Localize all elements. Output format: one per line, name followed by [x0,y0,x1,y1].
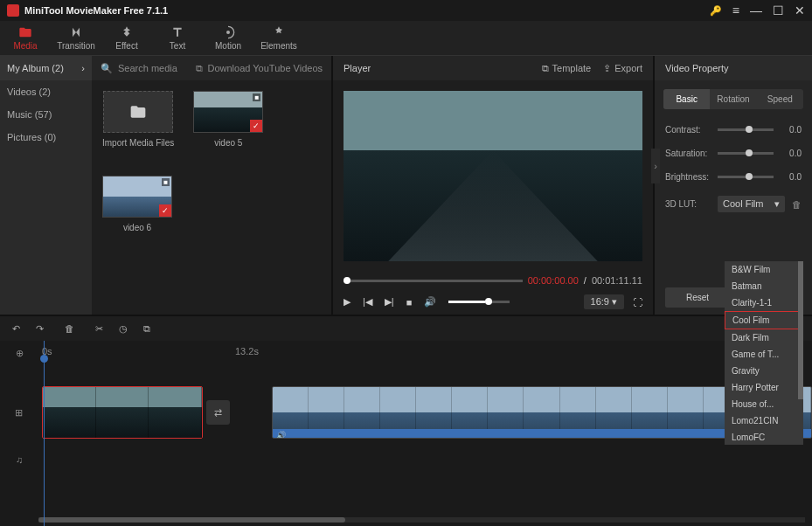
speed-button[interactable]: ◷ [119,323,128,335]
tab-text[interactable]: Text [152,21,203,55]
tab-elements[interactable]: Elements [253,21,304,55]
saturation-label: Saturation: [665,149,711,158]
search-icon[interactable]: 🔍 [101,63,113,74]
volume-slider[interactable] [448,301,510,303]
video-track-icon[interactable]: ⊞ [0,407,37,419]
sidebar-head[interactable]: My Album (2) › [0,56,92,80]
import-media-button[interactable]: Import Media Files [102,91,174,148]
saturation-value: 0.0 [781,149,802,158]
search-input[interactable]: Search media [118,63,177,73]
crop-button[interactable]: ⧉ [143,323,150,335]
delete-lut-button[interactable]: 🗑 [792,199,802,210]
audio-track: ♫ [0,442,812,477]
lut-option[interactable]: Clarity-1-1 [725,294,803,311]
lut-select[interactable]: Cool Film ▾ [718,196,785,212]
saturation-slider[interactable] [718,152,774,155]
check-icon: ✓ [159,204,171,217]
close-button[interactable]: ✕ [795,3,805,17]
playhead[interactable] [44,341,45,526]
template-icon: ⧉ [542,63,549,74]
check-icon: ✓ [250,120,262,132]
tab-motion[interactable]: Motion [203,21,253,55]
play-button[interactable]: ▶ [344,296,350,308]
contrast-slider[interactable] [718,128,774,131]
next-frame-button[interactable]: ▶| [385,296,394,308]
redo-button[interactable]: ↷ [36,323,44,335]
speaker-icon: 🔊 [273,431,286,439]
contrast-value: 0.0 [781,125,802,135]
minimize-button[interactable]: — [750,3,762,17]
lut-option-selected[interactable]: Cool Film [725,311,803,329]
prev-frame-button[interactable]: |◀ [363,296,372,308]
lut-option[interactable]: B&W Film [725,261,803,278]
player-title: Player [344,63,371,73]
lut-dropdown: B&W Film Batman Clarity-1-1 Cool Film Da… [725,261,803,445]
preview-viewport[interactable] [344,91,642,261]
lut-option[interactable]: Lomo21CIN [725,412,803,429]
chevron-down-icon: ▾ [612,296,617,307]
chevron-down-icon: ▾ [774,198,780,210]
brightness-value: 0.0 [781,172,802,182]
chevron-right-icon: › [81,63,85,73]
timeline-scrollbar[interactable] [38,517,805,523]
prop-tab-rotation[interactable]: Rotation [710,89,756,109]
lut-option[interactable]: Batman [725,278,803,294]
video-badge-icon: ■ [253,93,260,101]
video-track: ⊞ ⇄ 🔊 [0,383,812,442]
lut-option[interactable]: Dark Film [725,329,803,346]
export-button[interactable]: ⇪ Export [603,63,642,74]
scrub-bar[interactable] [344,280,523,282]
lut-option[interactable]: House of... [725,396,803,412]
media-item-video6[interactable]: ■ ✓ video 6 [102,176,172,232]
media-item-video5[interactable]: ■ ✓ video 5 [193,91,263,148]
menu-icon[interactable]: ≡ [732,3,739,17]
svg-point-0 [226,31,230,34]
cut-button[interactable]: ✂ [95,323,103,335]
undo-button[interactable]: ↶ [12,323,20,335]
volume-icon[interactable]: 🔊 [424,296,436,308]
sidebar-item-pictures[interactable]: Pictures (0) [0,126,92,149]
timeline-clip-1[interactable] [42,386,203,439]
delete-button[interactable]: 🗑 [65,323,74,334]
tab-effect[interactable]: Effect [101,21,152,55]
aspect-ratio-select[interactable]: 16:9 ▾ [584,294,624,309]
timeline-ruler[interactable]: 0s 13.2s [38,341,812,365]
export-icon: ⇪ [603,63,611,74]
lut-option[interactable]: Harry Potter [725,379,803,396]
download-youtube-button[interactable]: ⧉ Download YouTube Videos [196,63,323,74]
contrast-label: Contrast: [665,125,711,135]
time-duration: 00:01:11.11 [592,275,642,286]
sidebar-item-videos[interactable]: Videos (2) [0,80,92,103]
license-key-icon[interactable]: 🔑 [710,5,722,17]
brightness-slider[interactable] [718,176,774,178]
transition-button[interactable]: ⇄ [206,400,230,425]
lut-label: 3D LUT: [665,199,711,209]
maximize-button[interactable]: ☐ [773,3,784,17]
prop-tab-speed[interactable]: Speed [757,89,803,109]
stop-button[interactable]: ■ [406,297,413,308]
app-logo [7,4,19,17]
video-property-panel: Video Property Basic Rotation Speed Cont… [655,56,812,315]
prop-tab-basic[interactable]: Basic [663,89,710,109]
props-title: Video Property [655,56,812,80]
lut-option[interactable]: Game of T... [725,346,803,363]
sidebar-item-music[interactable]: Music (57) [0,103,92,126]
time-current: 00:00:00.00 [528,275,579,286]
lut-option[interactable]: LomoFC [725,429,803,445]
download-icon: ⧉ [196,63,203,74]
template-button[interactable]: ⧉ Template [542,63,592,74]
tab-transition[interactable]: Transition [51,21,101,55]
dropdown-scrollbar[interactable] [798,261,803,399]
fullscreen-button[interactable]: ⛶ [633,297,642,308]
media-browser: 🔍 Search media ⧉ Download YouTube Videos… [92,56,331,315]
tab-media[interactable]: Media [0,21,51,55]
panel-expand-handle[interactable]: › [651,149,660,183]
reset-button[interactable]: Reset [665,287,730,308]
audio-track-icon[interactable]: ♫ [0,454,38,465]
media-sidebar: My Album (2) › Videos (2) Music (57) Pic… [0,56,92,315]
add-track-button[interactable]: ⊕ [0,341,38,365]
video-badge-icon: ■ [162,178,170,186]
lut-option[interactable]: Gravity [725,363,803,379]
brightness-label: Brightness: [665,172,711,182]
titlebar: MiniTool MovieMaker Free 7.1.1 🔑 ≡ — ☐ ✕ [0,0,812,21]
